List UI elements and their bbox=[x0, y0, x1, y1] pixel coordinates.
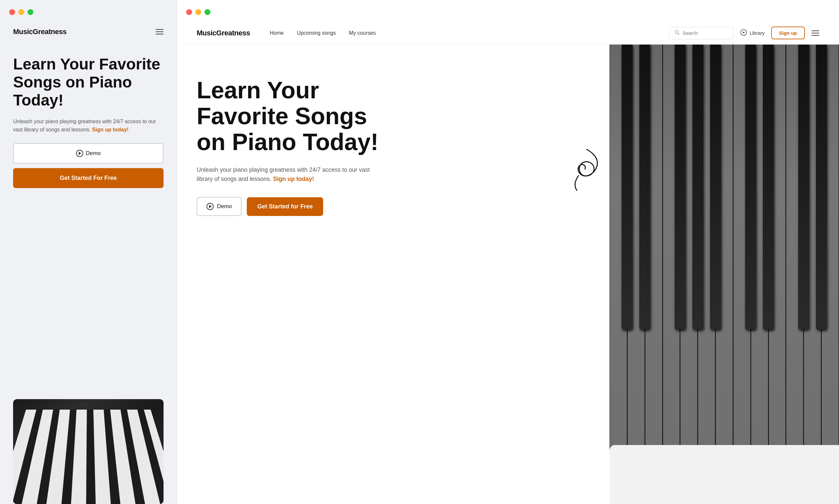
desktop-logo: MusicGreatness bbox=[197, 29, 250, 37]
desktop-cta-button[interactable]: Get Started for Free bbox=[247, 197, 323, 216]
mobile-signup-link[interactable]: Sign up today! bbox=[92, 127, 128, 132]
mobile-logo: MusicGreatness bbox=[13, 28, 67, 36]
mobile-demo-button[interactable]: Demo bbox=[13, 143, 163, 163]
close-dot-desktop[interactable] bbox=[186, 9, 192, 15]
nav-my-courses[interactable]: My courses bbox=[349, 30, 376, 36]
hamburger-menu[interactable] bbox=[156, 29, 163, 34]
desktop-piano-image: .wk { flex:1; background: linear-gradien… bbox=[610, 44, 839, 504]
mobile-piano-image bbox=[13, 399, 163, 504]
desktop-hero: Learn Your Favorite Songs on Piano Today… bbox=[177, 44, 406, 504]
hamburger-line-1 bbox=[156, 29, 163, 30]
demo-play-triangle bbox=[209, 205, 212, 208]
search-icon bbox=[675, 30, 680, 36]
nav-upcoming-songs[interactable]: Upcoming songs bbox=[297, 30, 336, 36]
mobile-hero-title: Learn Your Favorite Songs on Piano Today… bbox=[13, 55, 163, 109]
minimize-dot[interactable] bbox=[18, 9, 24, 15]
mobile-nav: MusicGreatness bbox=[0, 22, 177, 42]
desktop-main: Learn Your Favorite Songs on Piano Today… bbox=[177, 44, 839, 504]
mobile-hero-subtitle: Unleash your piano playing greatness wit… bbox=[13, 117, 163, 134]
window-chrome-desktop bbox=[177, 0, 839, 22]
demo-play-icon bbox=[207, 203, 214, 210]
desktop-hamburger[interactable] bbox=[811, 31, 819, 36]
play-circle-icon bbox=[740, 29, 747, 37]
window-chrome-mobile bbox=[0, 0, 177, 22]
expand-dot-desktop[interactable] bbox=[204, 9, 210, 15]
library-button[interactable]: Library bbox=[740, 29, 765, 37]
search-box[interactable] bbox=[669, 27, 734, 39]
desktop-hero-subtitle: Unleash your piano playing greatness wit… bbox=[197, 165, 387, 184]
piano-keys-visual bbox=[13, 410, 163, 504]
desktop-demo-button[interactable]: Demo bbox=[197, 197, 242, 216]
expand-dot[interactable] bbox=[28, 9, 33, 15]
mobile-cta-button[interactable]: Get Started For Free bbox=[13, 168, 163, 188]
svg-line-1 bbox=[678, 33, 679, 34]
desktop-signup-link[interactable]: Sign up today! bbox=[273, 176, 314, 182]
hamburger-line-2 bbox=[156, 32, 163, 32]
signup-button[interactable]: Sign up bbox=[771, 26, 805, 39]
mobile-panel: MusicGreatness Learn Your Favorite Songs… bbox=[0, 0, 177, 504]
close-dot[interactable] bbox=[9, 9, 15, 15]
desktop-nav: MusicGreatness Home Upcoming songs My co… bbox=[177, 22, 839, 44]
svg-marker-3 bbox=[743, 32, 745, 33]
minimize-dot-desktop[interactable] bbox=[195, 9, 201, 15]
menu-line-3 bbox=[811, 35, 819, 36]
desktop-panel: MusicGreatness Home Upcoming songs My co… bbox=[177, 0, 839, 504]
search-input[interactable] bbox=[682, 30, 728, 36]
nav-home[interactable]: Home bbox=[270, 30, 284, 36]
hamburger-line-3 bbox=[156, 34, 163, 34]
mobile-content: Learn Your Favorite Songs on Piano Today… bbox=[0, 42, 177, 393]
desktop-hero-title: Learn Your Favorite Songs on Piano Today… bbox=[197, 77, 387, 155]
play-triangle-icon bbox=[79, 152, 81, 155]
play-icon bbox=[76, 150, 83, 157]
menu-line-2 bbox=[811, 33, 819, 33]
nav-right: Library Sign up bbox=[669, 26, 819, 39]
menu-line-1 bbox=[811, 31, 819, 31]
cta-buttons: Demo Get Started for Free bbox=[197, 197, 387, 216]
nav-links: Home Upcoming songs My courses bbox=[270, 30, 669, 36]
bottom-right-section bbox=[610, 445, 839, 504]
swirl-decoration bbox=[560, 143, 606, 197]
piano-keyboard: .wk { flex:1; background: linear-gradien… bbox=[610, 44, 839, 504]
